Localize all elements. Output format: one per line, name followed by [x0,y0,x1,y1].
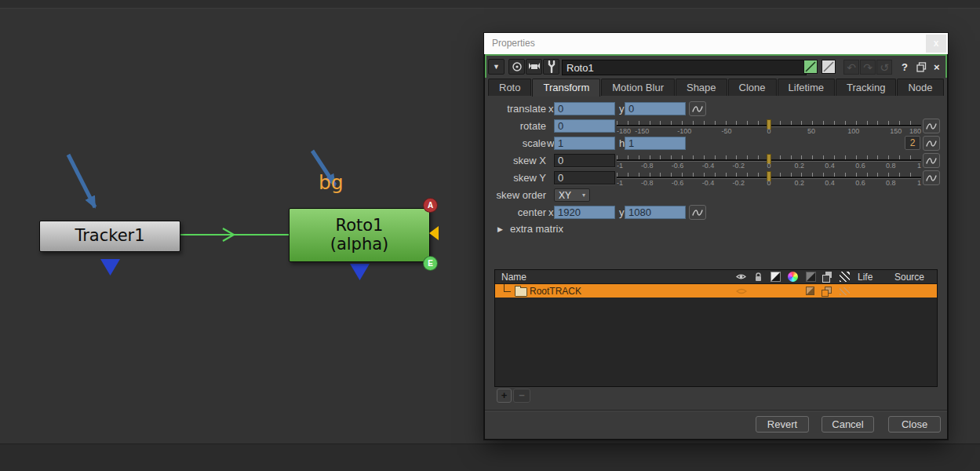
extra-matrix-label[interactable]: extra matrix [510,223,563,235]
tracker-input-wire[interactable] [68,155,95,207]
curve-icon [924,138,938,149]
node-graph-button[interactable] [526,59,542,75]
tab-node[interactable]: Node [897,78,943,96]
window-titlebar[interactable]: Properties x [484,33,948,54]
panel-dropdown-button[interactable]: ▼ [488,59,505,75]
dropdown-triangle-icon: ▼ [493,63,500,71]
curve-icon [690,104,705,115]
node-roto1[interactable]: Roto1 (alpha) [289,208,430,262]
history-icon: ↺ [880,61,889,74]
window-close-button[interactable]: x [926,35,946,53]
undo-button[interactable]: ↶ [843,60,859,75]
node-name-input[interactable] [562,60,807,75]
settings-button[interactable] [543,59,559,75]
color-column-icon[interactable] [788,272,798,282]
overlay-column-icon[interactable] [806,272,816,282]
add-shape-button[interactable]: + [497,389,512,403]
expression-badge: E [423,256,438,271]
minus-icon: − [519,389,525,401]
mask-input-arrow-icon [429,226,439,240]
tick-label: -0.6 [672,162,684,170]
expand-right-icon[interactable]: ▶ [497,225,503,233]
matte-column-icon[interactable] [771,272,781,282]
help-button[interactable]: ? [902,60,908,75]
life-column-header[interactable]: Life [858,272,873,283]
rotate-field[interactable] [554,119,615,133]
clone-cell-icon[interactable] [822,287,831,296]
cancel-button[interactable]: Cancel [822,416,874,433]
center-x-field[interactable] [554,206,615,219]
translate-y-field[interactable] [625,102,686,115]
scale-animation-button[interactable] [923,136,940,151]
tab-clone[interactable]: Clone [728,78,777,96]
rotate-animation-button[interactable] [923,119,940,133]
motionblur-cell-icon[interactable] [840,287,850,295]
tick-label: -150 [635,127,649,135]
skew-x-tick-labels: -1 -0.8 -0.6 -0.4 -0.2 0 0.2 0.4 0.6 0.8… [617,162,921,170]
skew-y-field[interactable] [554,171,615,184]
skew-x-animation-button[interactable] [923,153,940,168]
node-icon [528,61,541,72]
float-panel-button[interactable] [916,61,927,76]
center-y-field[interactable] [625,206,686,219]
tick-label: 100 [847,127,859,135]
lock-column-icon[interactable] [753,272,763,282]
skew-order-dropdown[interactable]: XY ▾ [554,188,590,202]
tab-roto[interactable]: Roto [488,78,531,96]
remove-shape-button[interactable]: − [513,389,530,403]
focus-accent-line [485,54,947,56]
tab-lifetime[interactable]: Lifetime [778,78,836,96]
tab-shape[interactable]: Shape [676,78,727,96]
panel-close-button[interactable]: × [934,60,940,75]
wrench-icon [546,60,557,73]
visibility-toggle-icon[interactable] [736,287,747,296]
tracker-output-stub[interactable] [100,259,120,276]
tab-motion-blur[interactable]: Motion Blur [601,78,675,96]
rotate-slider[interactable]: -180 -150 -100 -50 0 50 100 150 180 [617,119,921,135]
tick-label: 0 [767,162,771,170]
scale-h-field[interactable] [625,137,686,150]
revert-history-button[interactable]: ↺ [876,60,892,75]
rotate-label: rotate [488,119,546,133]
overlay-cell-icon[interactable] [806,287,814,295]
center-viewer-button[interactable] [508,59,525,75]
tick-label: -0.4 [702,162,715,170]
tick-label: 1 [917,179,921,187]
redo-button[interactable]: ↷ [860,60,876,75]
focus-accent-left [485,56,486,78]
scale-dimensions-button[interactable]: 2 [905,136,920,150]
name-column-header[interactable]: Name [501,272,526,283]
tick-label: -0.2 [732,162,745,170]
skew-y-animation-button[interactable] [923,170,940,185]
motionblur-column-icon[interactable] [840,272,850,282]
display-toggle-green[interactable] [803,60,818,74]
scale-w-field[interactable] [554,137,615,150]
translate-x-field[interactable] [554,102,615,115]
undo-icon: ↶ [847,61,856,74]
shapes-table-header: Name Life Source [495,270,937,284]
tick-label: -0.8 [641,162,654,170]
source-column-header[interactable]: Source [894,272,924,283]
properties-tab-bar: Roto Transform Motion Blur Shape Clone L… [488,78,945,96]
diagonal-check-icon [804,60,817,73]
skew-x-slider[interactable]: -1 -0.8 -0.6 -0.4 -0.2 0 0.2 0.4 0.6 0.8… [617,154,921,170]
revert-button[interactable]: Revert [756,416,809,433]
tick-label: 0.8 [886,162,896,170]
visibility-column-icon[interactable] [736,272,746,282]
skew-y-slider[interactable]: -1 -0.8 -0.6 -0.4 -0.2 0 0.2 0.4 0.6 0.8… [617,171,921,187]
node-roto1-output-label: (alpha) [330,236,389,254]
tree-branch-icon [504,284,511,292]
display-toggle-white[interactable] [822,60,836,74]
node-tracker1[interactable]: Tracker1 [39,221,180,252]
tab-tracking[interactable]: Tracking [836,78,896,96]
focus-accent-right [945,56,947,78]
center-animation-button[interactable] [689,205,706,220]
translate-animation-button[interactable] [689,101,706,116]
tab-transform[interactable]: Transform [532,78,600,97]
close-button[interactable]: Close [888,416,941,433]
tick-label: -0.4 [702,179,715,187]
table-row-roottrack[interactable]: RootTRACK [495,284,937,298]
center-label: center [488,206,546,219]
roto-output-stub[interactable] [350,264,370,280]
skew-x-field[interactable] [554,154,615,167]
